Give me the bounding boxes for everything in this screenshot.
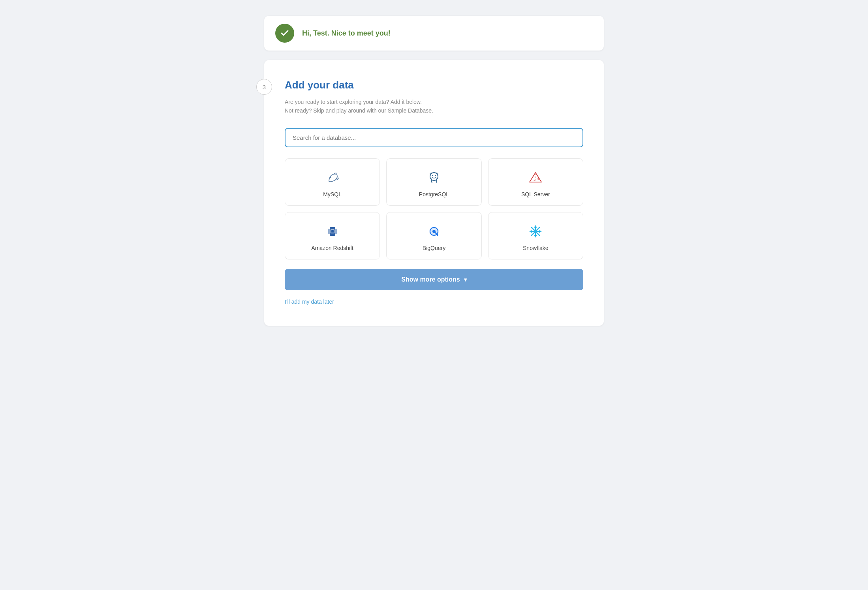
db-name-redshift: Amazon Redshift [311,245,353,251]
main-card: 3 Add your data Are you ready to start e… [264,60,604,326]
svg-point-0 [330,177,331,178]
postgresql-icon [426,170,442,186]
mysql-icon [325,170,340,186]
page-title: Add your data [285,79,583,91]
svg-point-7 [534,180,535,181]
search-container [285,128,583,147]
db-name-bigquery: BigQuery [423,245,445,251]
db-card-bigquery[interactable]: BigQuery [386,212,481,259]
page-wrapper: Hi, Test. Nice to meet you! 3 Add your d… [264,16,604,326]
success-card: Hi, Test. Nice to meet you! [264,16,604,51]
chevron-down-icon: ▾ [464,276,467,283]
search-input[interactable] [285,128,583,147]
svg-point-17 [437,234,438,236]
svg-point-6 [537,178,539,180]
svg-point-3 [435,175,436,176]
snowflake-icon [528,224,543,239]
bigquery-icon [426,224,442,239]
step-badge: 3 [256,79,272,95]
db-card-mysql[interactable]: MySQL [285,158,380,206]
show-more-button[interactable]: Show more options ▾ [285,269,583,290]
sqlserver-icon [528,170,543,186]
db-card-sqlserver[interactable]: SQL Server [488,158,583,206]
page-description: Are you ready to start exploring your da… [285,98,583,115]
db-card-postgresql[interactable]: PostgreSQL [386,158,481,206]
svg-point-2 [432,175,433,176]
check-circle-icon [275,24,294,43]
skip-link[interactable]: I'll add my data later [285,299,334,305]
database-grid: MySQL PostgreSQL [285,158,583,259]
db-card-redshift[interactable]: Amazon Redshift [285,212,380,259]
db-card-snowflake[interactable]: Snowflake [488,212,583,259]
db-name-mysql: MySQL [323,191,342,197]
success-message: Hi, Test. Nice to meet you! [302,29,391,38]
db-name-postgresql: PostgreSQL [419,191,449,197]
redshift-icon [325,224,340,239]
db-name-sqlserver: SQL Server [521,191,550,197]
svg-rect-12 [331,230,334,233]
db-name-snowflake: Snowflake [523,245,549,251]
